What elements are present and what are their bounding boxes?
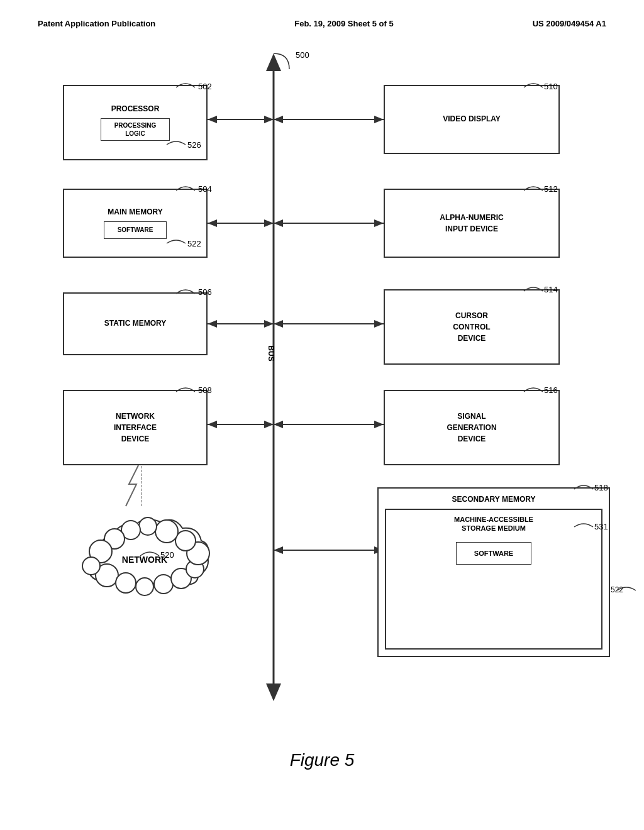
arc-514	[524, 284, 549, 293]
svg-point-33	[136, 578, 153, 595]
cursor-control-box: CURSORCONTROLDEVICE	[384, 289, 560, 365]
cursor-control-label: CURSORCONTROLDEVICE	[453, 310, 490, 344]
svg-marker-8	[274, 116, 283, 123]
diagram-area: 500 BUS PROCESSOR PROCESSINGLOGIC 502 52…	[25, 47, 619, 789]
video-display-label: VIDEO DISPLAY	[443, 114, 501, 124]
software-label-2: SOFTWARE	[474, 550, 513, 557]
signal-generation-box: SIGNALGENERATIONDEVICE	[384, 390, 560, 465]
main-memory-label: MAIN MEMORY	[108, 208, 163, 218]
svg-marker-11	[264, 219, 274, 227]
svg-marker-4	[208, 116, 217, 123]
software-box-2: SOFTWARE	[456, 542, 531, 565]
machine-accessible-box: MACHINE-ACCESSIBLESTORAGE MEDIUM SOFTWAR…	[385, 509, 602, 650]
processor-label: PROCESSOR	[111, 104, 160, 114]
header-left: Patent Application Publication	[38, 19, 155, 28]
svg-marker-19	[374, 320, 384, 328]
patent-header: Patent Application Publication Feb. 19, …	[25, 13, 619, 41]
svg-marker-20	[274, 320, 283, 328]
svg-marker-2	[266, 683, 281, 701]
network-interface-label: NETWORKINTERFACEDEVICE	[114, 411, 157, 445]
arc-522b	[617, 584, 642, 592]
svg-marker-5	[264, 116, 274, 123]
arc-510	[524, 80, 549, 89]
bus-label: BUS	[267, 345, 275, 361]
network-interface-box: NETWORKINTERFACEDEVICE	[63, 390, 208, 465]
svg-marker-25	[374, 421, 384, 428]
alpha-numeric-label: ALPHA-NUMERICINPUT DEVICE	[440, 212, 503, 235]
lightning-bolt	[123, 465, 160, 509]
svg-marker-17	[264, 320, 274, 328]
arc-526	[167, 138, 192, 146]
arc-522a	[167, 237, 192, 245]
processing-logic-label: PROCESSINGLOGIC	[114, 121, 157, 138]
arc-531	[574, 521, 599, 528]
software-label-1: SOFTWARE	[118, 226, 153, 233]
header-center: Feb. 19, 2009 Sheet 5 of 5	[294, 19, 394, 28]
processing-logic-box: PROCESSINGLOGIC	[101, 118, 170, 141]
svg-marker-1	[266, 53, 281, 71]
svg-marker-10	[208, 219, 217, 227]
arc-520	[140, 548, 165, 558]
svg-point-38	[175, 531, 196, 551]
svg-marker-14	[274, 219, 283, 227]
processor-box: PROCESSOR PROCESSINGLOGIC	[63, 85, 208, 160]
static-memory-label: STATIC MEMORY	[104, 319, 166, 329]
page: Patent Application Publication Feb. 19, …	[0, 0, 644, 830]
arc-512	[524, 183, 549, 192]
machine-accessible-label: MACHINE-ACCESSIBLESTORAGE MEDIUM	[454, 515, 533, 533]
arc-508	[176, 384, 201, 394]
arc-516	[524, 384, 549, 394]
arc-506	[176, 286, 201, 296]
figure-caption: Figure 5	[290, 750, 355, 770]
arc-518	[574, 482, 599, 491]
svg-marker-7	[374, 116, 384, 123]
svg-marker-29	[274, 546, 283, 554]
video-display-box: VIDEO DISPLAY	[384, 85, 560, 154]
svg-point-40	[139, 517, 157, 535]
secondary-memory-box: SECONDARY MEMORY MACHINE-ACCESSIBLESTORA…	[377, 487, 610, 657]
svg-marker-13	[374, 219, 384, 227]
main-memory-box: MAIN MEMORY SOFTWARE	[63, 189, 208, 258]
static-memory-box: STATIC MEMORY	[63, 292, 208, 355]
svg-point-34	[154, 575, 173, 594]
svg-marker-22	[208, 421, 217, 428]
svg-point-44	[82, 557, 100, 575]
arc-504	[176, 183, 201, 192]
svg-marker-26	[274, 421, 283, 428]
header-right: US 2009/049454 A1	[533, 19, 606, 28]
secondary-memory-label: SECONDARY MEMORY	[452, 495, 536, 505]
software-box-1: SOFTWARE	[104, 221, 167, 239]
svg-marker-23	[264, 421, 274, 428]
ref-500: 500	[296, 50, 309, 60]
alpha-numeric-box: ALPHA-NUMERICINPUT DEVICE	[384, 189, 560, 258]
svg-point-32	[116, 573, 136, 593]
svg-marker-16	[208, 320, 217, 328]
signal-generation-label: SIGNALGENERATIONDEVICE	[447, 411, 496, 445]
arc-502	[176, 80, 201, 89]
svg-point-39	[155, 520, 178, 543]
